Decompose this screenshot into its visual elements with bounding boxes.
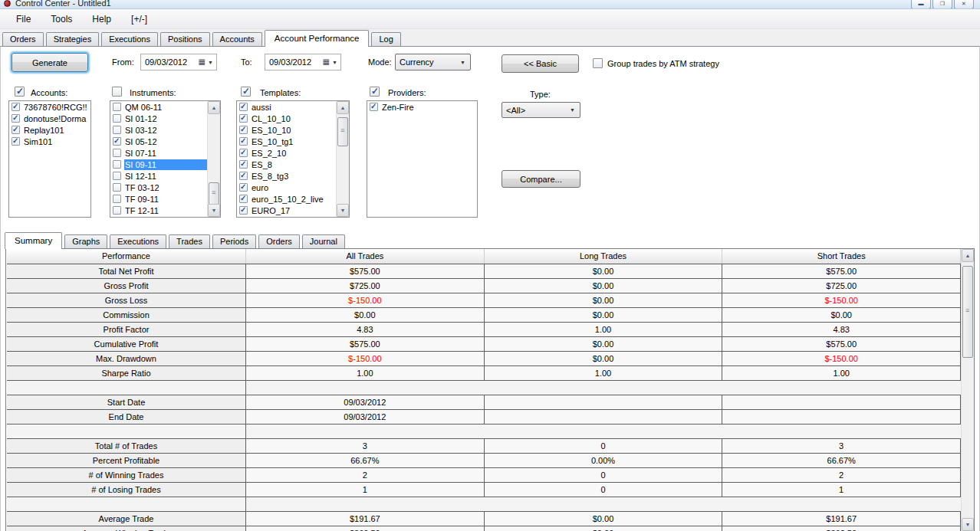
list-item-si-01-12[interactable]: SI 01-12 (110, 113, 207, 124)
list-item-donotuse-dorma[interactable]: donotuse!Dorma (9, 113, 90, 124)
scroll-down-icon[interactable]: ▼ (337, 204, 349, 217)
scrollbar-thumb[interactable] (337, 117, 348, 146)
templates-scrollbar[interactable]: ▲ ▼ (336, 101, 349, 217)
column-header-short-trades[interactable]: Short Trades (722, 249, 961, 264)
scroll-up-icon[interactable]: ▲ (208, 101, 220, 114)
mode-select[interactable]: Currency ▼ (395, 54, 471, 70)
item-checkbox[interactable] (113, 195, 121, 203)
item-checkbox[interactable] (239, 137, 248, 146)
chevron-down-icon[interactable]: ▼ (332, 60, 337, 65)
menu-help[interactable]: Help (82, 11, 121, 28)
report-tab-journal[interactable]: Journal (302, 234, 345, 248)
tab-accounts[interactable]: Accounts (212, 32, 262, 46)
basic-button[interactable]: << Basic (502, 54, 579, 73)
list-item-es-2-10[interactable]: ES_2_10 (237, 147, 336, 159)
summary-table-scrollbar[interactable]: ▲ ▼ (961, 249, 974, 531)
list-item-aussi[interactable]: aussi (237, 101, 336, 113)
to-date-picker[interactable]: 09/03/2012 ▦ ▼ (265, 54, 341, 70)
item-checkbox[interactable] (239, 160, 248, 169)
list-item-sim101[interactable]: Sim101 (9, 136, 90, 147)
scroll-up-icon[interactable]: ▲ (337, 101, 349, 114)
generate-button[interactable]: Generate (12, 53, 88, 72)
list-item-euro-17[interactable]: EURO_17 (237, 205, 336, 216)
report-tab-orders[interactable]: Orders (258, 234, 300, 248)
restore-button[interactable]: ❐ (932, 0, 952, 9)
menu-item[interactable]: [+/-] (121, 11, 157, 28)
item-checkbox[interactable] (12, 126, 20, 134)
tab-account-performance[interactable]: Account Performance (265, 30, 370, 47)
instruments-scrollbar[interactable]: ▲ ▼ (207, 101, 220, 217)
list-item-zen-fire[interactable]: Zen-Fire (367, 101, 477, 113)
list-item-euro-15-10-2-live[interactable]: euro_15_10_2_live (237, 193, 336, 205)
chevron-down-icon[interactable]: ▼ (208, 60, 213, 65)
list-item-73678760-rcg[interactable]: 73678760!RCG!! (9, 101, 90, 113)
list-item-si-03-12[interactable]: SI 03-12 (110, 124, 207, 136)
list-item-si-07-11[interactable]: SI 07-11 (110, 147, 207, 159)
item-checkbox[interactable] (239, 206, 248, 215)
calendar-icon[interactable]: ▦ (199, 58, 206, 66)
scrollbar-thumb[interactable] (962, 266, 973, 358)
type-select[interactable]: <All> ▼ (502, 102, 580, 118)
report-tab-periods[interactable]: Periods (212, 234, 256, 248)
item-checkbox[interactable] (113, 183, 121, 192)
item-checkbox[interactable] (113, 137, 121, 146)
tab-executions[interactable]: Executions (101, 32, 158, 46)
list-item-es-10-tg1[interactable]: ES_10_tg1 (237, 136, 336, 147)
accounts-filter-checkbox[interactable] (15, 87, 25, 97)
item-checkbox[interactable] (239, 183, 248, 192)
report-tab-graphs[interactable]: Graphs (64, 234, 107, 248)
providers-filter-checkbox[interactable] (370, 87, 380, 97)
scroll-up-icon[interactable]: ▲ (962, 249, 974, 262)
scrollbar-thumb[interactable] (209, 182, 219, 205)
tab-strategies[interactable]: Strategies (46, 32, 100, 46)
tab-log[interactable]: Log (371, 32, 400, 46)
item-checkbox[interactable] (239, 103, 248, 111)
item-checkbox[interactable] (370, 103, 378, 111)
item-checkbox[interactable] (12, 137, 20, 146)
list-item-cl-10-10[interactable]: CL_10_10 (237, 113, 336, 124)
list-item-tf-09-11[interactable]: TF 09-11 (110, 193, 207, 205)
list-item-si-05-12[interactable]: SI 05-12 (110, 136, 207, 147)
item-checkbox[interactable] (239, 172, 248, 180)
close-button[interactable]: ✕ (954, 0, 974, 9)
column-header-performance[interactable]: Performance (7, 249, 246, 264)
instruments-filter-checkbox[interactable] (112, 87, 122, 97)
templates-filter-checkbox[interactable] (241, 87, 251, 97)
list-item-si-12-11[interactable]: SI 12-11 (110, 170, 207, 182)
report-tab-executions[interactable]: Executions (110, 234, 166, 248)
menu-tools[interactable]: Tools (41, 11, 82, 28)
list-item-tf-12-11[interactable]: TF 12-11 (110, 205, 207, 216)
minimize-button[interactable]: ▬ (911, 0, 931, 9)
list-item-es-8[interactable]: ES_8 (237, 159, 336, 170)
scroll-down-icon[interactable]: ▼ (962, 518, 974, 531)
item-checkbox[interactable] (239, 114, 248, 123)
tab-positions[interactable]: Positions (160, 32, 210, 46)
report-tab-summary[interactable]: Summary (5, 232, 62, 249)
calendar-icon[interactable]: ▦ (323, 58, 330, 66)
item-checkbox[interactable] (239, 126, 248, 134)
list-item-es-8-tg3[interactable]: ES_8_tg3 (237, 170, 336, 182)
list-item-si-09-11[interactable]: SI 09-11 (110, 159, 207, 170)
item-checkbox[interactable] (12, 114, 20, 123)
column-header-long-trades[interactable]: Long Trades (485, 249, 723, 264)
item-checkbox[interactable] (239, 195, 248, 203)
item-checkbox[interactable] (113, 149, 121, 157)
from-date-picker[interactable]: 09/03/2012 ▦ ▼ (140, 54, 217, 70)
column-header-all-trades[interactable]: All Trades (246, 249, 485, 264)
item-checkbox[interactable] (12, 103, 20, 111)
item-checkbox[interactable] (113, 103, 121, 111)
list-item-replay101[interactable]: Replay101 (9, 124, 90, 136)
report-tab-trades[interactable]: Trades (169, 234, 210, 248)
scroll-down-icon[interactable]: ▼ (208, 204, 220, 217)
group-by-atm-checkbox[interactable] (593, 58, 603, 68)
item-checkbox[interactable] (113, 126, 121, 134)
item-checkbox[interactable] (113, 172, 121, 180)
list-item-qm-06-11[interactable]: QM 06-11 (110, 101, 207, 113)
item-checkbox[interactable] (113, 160, 121, 169)
item-checkbox[interactable] (113, 206, 121, 215)
item-checkbox[interactable] (239, 149, 248, 157)
item-checkbox[interactable] (113, 114, 121, 123)
tab-orders[interactable]: Orders (2, 32, 44, 46)
list-item-es-10-10[interactable]: ES_10_10 (237, 124, 336, 136)
compare-button[interactable]: Compare... (502, 170, 580, 188)
